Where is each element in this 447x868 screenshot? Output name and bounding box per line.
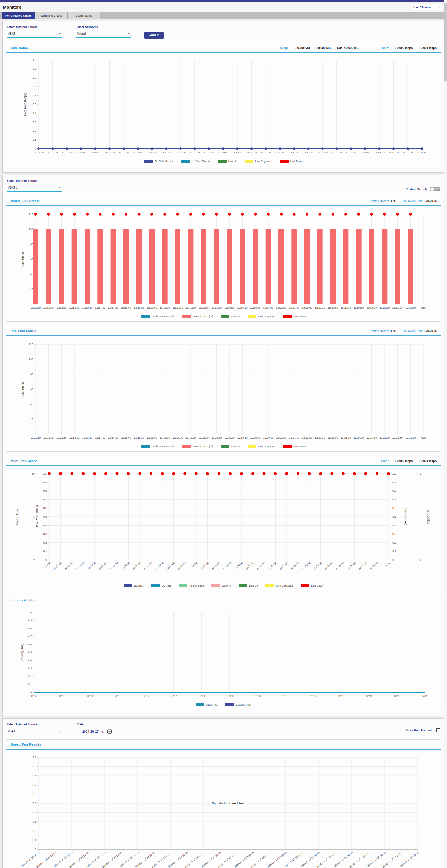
networks-label: Select Networks [76, 25, 131, 29]
internet-source-select[interactable]: VSAT 1 ▼ [7, 729, 62, 735]
speed-test-results-header: Speed Test Results [6, 740, 441, 750]
svg-text:12:15:00: 12:15:00 [121, 306, 131, 309]
usage-download: ↓ 0.000 MB [295, 46, 310, 50]
svg-text:12:24:30: 12:24:30 [374, 151, 384, 154]
svg-text:12:23:00: 12:23:00 [301, 562, 311, 570]
legend-swatch-icon [221, 445, 230, 448]
prev-day-button[interactable]: ‹ [77, 730, 79, 734]
internet-source-value: VSAT 1 [8, 186, 18, 189]
probe-success-value: 0 % [391, 199, 396, 203]
legend-item: Link Down [283, 315, 305, 318]
calendar-icon[interactable] [107, 729, 112, 734]
scrollbar-thumb[interactable] [444, 3, 447, 82]
svg-text:0.8: 0.8 [392, 489, 396, 492]
svg-text:12:25:00: 12:25:00 [388, 151, 398, 154]
svg-text:12:24: 12:24 [366, 694, 372, 698]
custom-search-toggle[interactable]: OFF [430, 187, 440, 191]
svg-text:12:14:30: 12:14:30 [108, 436, 118, 439]
svg-text:0.5: 0.5 [392, 515, 396, 518]
svg-text:0.1: 0.1 [32, 839, 36, 841]
svg-text:0: 0 [34, 848, 36, 851]
legend-swatch-icon [239, 584, 247, 587]
svg-text:12:13:30: 12:13:30 [82, 436, 92, 439]
svg-text:12:25:30: 12:25:30 [403, 151, 413, 154]
caret-down-icon: ▼ [59, 33, 61, 35]
toggle-knob-icon [430, 187, 434, 191]
usage-upload: ↑ 0.000 MB [316, 46, 331, 50]
svg-text:12:22: 12:22 [310, 694, 316, 698]
svg-text:12:15:00: 12:15:00 [121, 436, 131, 439]
svg-text:0.6: 0.6 [32, 94, 36, 97]
svg-text:12:22:00: 12:22:00 [303, 151, 313, 154]
next-day-button[interactable]: › [102, 730, 103, 734]
legend-item: Probe Failure (%) [182, 445, 213, 448]
networks-select[interactable]: Overall ▼ [76, 31, 131, 38]
legend-swatch-icon [245, 160, 254, 163]
latency-jitter-chart: 1.00.90.80.70.60.50.40.30.20.10Latency (… [6, 606, 441, 703]
svg-text:1.0: 1.0 [392, 472, 396, 475]
svg-text:12:15:30: 12:15:30 [131, 562, 142, 570]
svg-text:12:20:00: 12:20:00 [233, 562, 243, 570]
pep-link-status-title: PEP Link Status [10, 329, 36, 333]
svg-text:12:15:00: 12:15:00 [120, 562, 130, 570]
tab-performance-charts[interactable]: Performance Charts [2, 12, 35, 19]
svg-text:60: 60 [30, 258, 33, 260]
svg-text:12:25:00: 12:25:00 [347, 562, 356, 570]
internet-source-select[interactable]: VSAT 1 ▼ [7, 185, 62, 192]
legend-swatch-icon [218, 160, 227, 163]
tab-weighting-charts[interactable]: Weighting Charts [35, 12, 68, 19]
time-range-value: Last 15 mins [414, 6, 431, 9]
latency-jitter-header: Latency & Jitter [6, 595, 441, 606]
svg-text:12:14:30: 12:14:30 [90, 151, 100, 154]
svg-text:No data for Speed Test: No data for Speed Test [211, 802, 244, 805]
apply-button[interactable]: APPLY [144, 32, 163, 39]
speed-test-section: Select Internet Source VSAT 1 ▼ Date ‹ 2… [2, 718, 445, 868]
svg-text:0.7: 0.7 [28, 635, 32, 638]
svg-text:12:21:30: 12:21:30 [289, 151, 299, 154]
tab-usage-status[interactable]: Usage Status [68, 12, 100, 19]
svg-text:12:20:30: 12:20:30 [263, 436, 273, 439]
svg-text:12:24:30: 12:24:30 [366, 436, 377, 439]
multi-path-client-stats: Rate : ↓ 0.000 Mbps ↑ 0.000 Mbps [381, 459, 437, 463]
svg-text:12:16:00: 12:16:00 [133, 151, 143, 154]
data-rates-legend: DL Rate OverallUL Rate OverallLink UpLin… [6, 160, 441, 166]
data-rates-chart: 1.00.90.80.70.60.50.40.30.20.10Data Rate… [6, 53, 441, 160]
svg-text:0.5: 0.5 [32, 103, 36, 106]
legend-swatch-icon [124, 584, 132, 587]
svg-text:12:12:30: 12:12:30 [33, 151, 43, 154]
svg-text:12:16:00: 12:16:00 [147, 436, 157, 439]
svg-text:40: 40 [30, 403, 33, 405]
link-down-time-value: 100.00 % [424, 199, 437, 203]
svg-text:12:13:00: 12:13:00 [75, 562, 85, 570]
legend-swatch-icon [142, 315, 150, 318]
pep-link-status-chart: 120100806040200Probe Percent12:11:3012:1… [6, 336, 441, 445]
peak-rate-checkbox[interactable] [436, 728, 440, 732]
svg-text:60: 60 [30, 388, 33, 391]
svg-text:12:13:30: 12:13:30 [82, 306, 92, 309]
latency-jitter-legend: Jitter (ms)Latency (ms) [6, 703, 441, 710]
svg-text:12:25:30: 12:25:30 [392, 436, 403, 439]
time-range-select[interactable]: Last 15 mins ⌄ [411, 4, 443, 10]
legend-swatch-icon [301, 584, 309, 587]
svg-text:0.4: 0.4 [32, 811, 36, 814]
svg-text:12:18:30: 12:18:30 [204, 151, 214, 154]
svg-text:Link Status: Link Status [427, 509, 430, 524]
caret-down-icon: ▼ [128, 33, 130, 35]
svg-text:12:19:30: 12:19:30 [237, 306, 247, 309]
probe-success-label: Probe Success: [370, 329, 390, 333]
internet-source-select[interactable]: VSAT ▼ [7, 31, 62, 38]
svg-text:12:19:00: 12:19:00 [218, 151, 228, 154]
svg-text:12:19:00: 12:19:00 [224, 436, 234, 439]
svg-text:0.9: 0.9 [32, 765, 36, 768]
svg-text:12:15:30: 12:15:30 [118, 151, 128, 154]
svg-text:12:19:30: 12:19:30 [232, 151, 242, 154]
svg-text:12:13:30: 12:13:30 [86, 562, 96, 570]
svg-text:0.9: 0.9 [392, 481, 396, 484]
scrollbar[interactable] [444, 0, 447, 868]
legend-item: Link Up [221, 445, 240, 448]
caret-down-icon: ▼ [59, 730, 61, 732]
svg-text:12:24:00: 12:24:00 [360, 151, 370, 154]
legend-swatch-icon [196, 703, 204, 706]
legend-swatch-icon [181, 160, 190, 163]
svg-text:0.3: 0.3 [392, 532, 396, 535]
